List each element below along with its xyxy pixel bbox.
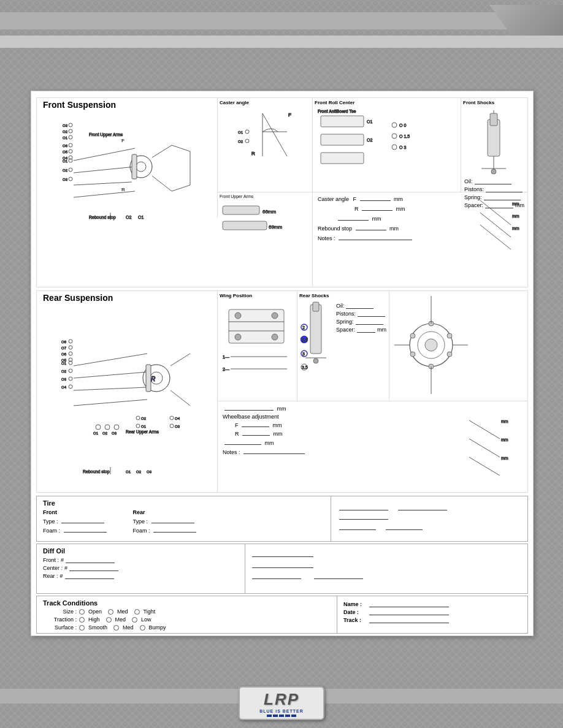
diff-r-field4[interactable] — [314, 573, 363, 579]
caster-f-label: F — [353, 196, 357, 202]
med-radio-size[interactable] — [108, 609, 113, 615]
traction-label: Traction : — [43, 616, 77, 623]
tire-foam-label-rear: Foam : — [133, 528, 150, 534]
wheelbase-r-field[interactable] — [242, 430, 270, 436]
caster-panel-title: Caster angle — [220, 100, 310, 105]
name-field[interactable] — [369, 601, 449, 607]
rear-notes-field[interactable] — [243, 448, 305, 454]
diff-r-field1[interactable] — [252, 551, 313, 557]
rebound-stop-field[interactable] — [356, 224, 386, 230]
pistons-row: Pistons: — [464, 186, 524, 192]
med-radio-surface[interactable] — [113, 625, 119, 631]
rear-wheelbase-top-field[interactable] — [224, 404, 274, 411]
notes-field[interactable] — [339, 234, 412, 240]
svg-text:2: 2 — [302, 325, 305, 330]
tire-type-rear-field[interactable] — [151, 517, 194, 523]
track-name-field[interactable] — [369, 617, 449, 623]
rear-right-diagram — [389, 291, 527, 401]
svg-point-147 — [447, 333, 452, 338]
svg-text:O4: O4 — [63, 156, 68, 160]
rear-spacer-field[interactable] — [357, 327, 375, 333]
diff-r-field2[interactable] — [252, 562, 313, 568]
front-suspension-section: Front Suspension — [36, 97, 528, 287]
date-field[interactable] — [369, 609, 449, 615]
tire-foam-front-field[interactable] — [64, 526, 107, 533]
high-radio[interactable] — [79, 617, 85, 623]
diff-front-label: Front : — [43, 557, 59, 563]
stripe — [273, 715, 278, 717]
caster-r-field[interactable] — [362, 205, 393, 211]
high-label: High — [88, 616, 100, 623]
low-radio[interactable] — [132, 617, 137, 623]
open-radio[interactable] — [79, 609, 85, 615]
rear-spring-row: Spring: — [336, 319, 387, 325]
wheelbase-label: Wheelbase adjustment — [223, 414, 279, 420]
med-radio-traction[interactable] — [106, 617, 112, 623]
tire-type-front-field[interactable] — [61, 517, 104, 523]
tire-r-field5[interactable] — [386, 524, 423, 530]
svg-point-85 — [69, 385, 72, 389]
rear-suspension-section: Rear Suspension — [36, 290, 528, 493]
med-label-surface: Med — [123, 624, 134, 631]
rear-spring-field[interactable] — [356, 319, 383, 325]
wing-position-title: Wing Position — [220, 293, 295, 298]
rear-oil-field[interactable] — [346, 303, 373, 309]
front-shocks-svg — [463, 107, 524, 175]
svg-line-73 — [74, 354, 147, 366]
diff-front-field[interactable] — [66, 557, 115, 563]
rear-shocks-panel: Rear Shocks — [297, 291, 389, 401]
svg-text:O1: O1 — [238, 131, 243, 134]
bumpy-radio[interactable] — [140, 625, 145, 631]
caster-f-unit: mm — [394, 196, 403, 202]
rear-right-diag-svg — [391, 293, 471, 397]
tire-r-field1[interactable] — [339, 504, 388, 510]
wheelbase-f-label: F — [235, 422, 239, 428]
svg-text:mm: mm — [501, 456, 508, 460]
svg-line-1 — [74, 167, 135, 173]
tire-r-field2[interactable] — [398, 504, 447, 510]
svg-rect-131 — [313, 302, 319, 311]
svg-line-2 — [74, 182, 132, 185]
tight-radio[interactable] — [134, 609, 140, 615]
rear-pistons-field[interactable] — [358, 311, 385, 317]
caster-data-panel: Caster angle F mm R mm mm — [313, 192, 466, 287]
track-name-label: Track : — [343, 617, 365, 623]
lrp-tagline: BLUE IS BETTER — [259, 709, 304, 713]
diff-r-field3[interactable] — [252, 573, 301, 579]
svg-line-6 — [74, 191, 135, 197]
svg-rect-48 — [321, 153, 364, 164]
diff-rear-label: Rear : — [43, 573, 58, 579]
tire-rear-col: Rear Type : Foam : — [133, 509, 199, 534]
front-top-panels: Caster angle F — [218, 98, 527, 192]
rear-mm-field[interactable] — [224, 439, 261, 445]
caster-f-field[interactable] — [360, 195, 391, 201]
oil-field[interactable] — [475, 178, 511, 184]
svg-text:O 1.5: O 1.5 — [399, 134, 410, 138]
tire-foam-rear-field[interactable] — [153, 526, 196, 533]
svg-point-123 — [235, 334, 241, 340]
svg-point-111 — [170, 424, 174, 428]
svg-text:O1: O1 — [93, 431, 99, 435]
svg-text:mm: mm — [512, 214, 519, 218]
wheelbase-f-field[interactable] — [242, 421, 269, 427]
diff-right-row2 — [250, 562, 523, 569]
svg-point-42 — [245, 130, 249, 134]
diff-center-field[interactable] — [69, 565, 118, 571]
svg-point-81 — [69, 369, 72, 373]
tire-r-field3[interactable] — [339, 514, 388, 520]
svg-text:O3: O3 — [175, 425, 180, 428]
tire-r-field4[interactable] — [339, 524, 376, 530]
extra-field-1[interactable] — [338, 214, 369, 221]
svg-point-105 — [136, 416, 140, 420]
tire-foam-label-front: Foam : — [43, 528, 60, 534]
svg-line-0 — [74, 148, 135, 161]
svg-line-75 — [74, 387, 147, 390]
diff-rear-field[interactable] — [65, 573, 114, 579]
pistons-field[interactable] — [486, 186, 523, 192]
smooth-radio[interactable] — [79, 625, 85, 631]
notes-label: Notes : — [318, 235, 335, 241]
rear-spacer-unit: mm — [377, 327, 386, 333]
track-left: Track Conditions Size : Open Med Tight T… — [37, 596, 337, 633]
diff-center-row: Center : # — [43, 565, 239, 571]
svg-text:Front AntiBoard Toe: Front AntiBoard Toe — [318, 109, 356, 113]
